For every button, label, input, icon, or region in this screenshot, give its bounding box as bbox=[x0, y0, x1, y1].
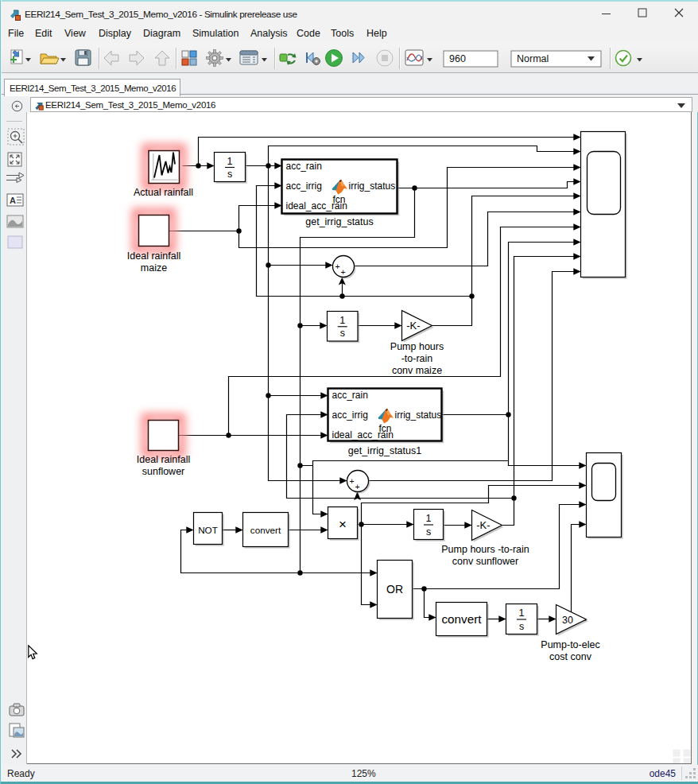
svg-text:-K-: -K- bbox=[406, 320, 420, 332]
svg-text:Pump-to-elec: Pump-to-elec bbox=[541, 639, 599, 650]
svg-text:conv sunflower: conv sunflower bbox=[452, 556, 518, 567]
svg-text:Pump hours -to-rain: Pump hours -to-rain bbox=[441, 544, 529, 555]
svg-text:acc_rain: acc_rain bbox=[332, 390, 368, 401]
svg-text:×: × bbox=[339, 517, 347, 532]
svg-text:irrig_status: irrig_status bbox=[349, 180, 396, 192]
svg-text:-K-: -K- bbox=[476, 519, 490, 531]
svg-text:convert: convert bbox=[441, 612, 482, 626]
svg-text:Pump hours: Pump hours bbox=[390, 341, 444, 352]
svg-text:acc_irrig: acc_irrig bbox=[286, 180, 322, 192]
svg-text:OR: OR bbox=[386, 583, 403, 596]
svg-text:get_irrig_status1: get_irrig_status1 bbox=[348, 445, 421, 456]
svg-text:30: 30 bbox=[562, 615, 573, 626]
svg-text:1: 1 bbox=[339, 315, 345, 326]
svg-text:+: + bbox=[340, 267, 345, 277]
svg-text:s: s bbox=[340, 328, 345, 339]
svg-text:fcn: fcn bbox=[332, 194, 345, 205]
svg-text:acc_rain: acc_rain bbox=[286, 161, 322, 172]
svg-text:Actual rainfall: Actual rainfall bbox=[134, 187, 193, 198]
svg-text:acc_irrig: acc_irrig bbox=[332, 409, 368, 421]
svg-text:A: A bbox=[10, 196, 16, 205]
svg-text:1: 1 bbox=[519, 607, 525, 619]
svg-text:-to-rain: -to-rain bbox=[401, 353, 433, 364]
svg-text:+: + bbox=[349, 476, 354, 486]
svg-text:maize: maize bbox=[141, 262, 167, 274]
svg-text:s: s bbox=[519, 621, 524, 632]
svg-text:+: + bbox=[335, 262, 339, 271]
svg-text:fcn: fcn bbox=[378, 423, 391, 434]
svg-text:irrig_status: irrig_status bbox=[395, 409, 442, 421]
svg-text:Ideal rainfall: Ideal rainfall bbox=[137, 454, 190, 465]
svg-text:1: 1 bbox=[227, 156, 233, 167]
svg-text:Ideal rainfall: Ideal rainfall bbox=[127, 250, 180, 262]
svg-text:get_irrig_status: get_irrig_status bbox=[305, 216, 373, 227]
svg-text:conv maize: conv maize bbox=[392, 365, 442, 376]
svg-text:1: 1 bbox=[426, 513, 432, 524]
svg-text:Normal: Normal bbox=[517, 53, 549, 64]
svg-text:s: s bbox=[426, 526, 431, 538]
svg-text:cost conv: cost conv bbox=[549, 651, 592, 662]
svg-text:s: s bbox=[227, 169, 232, 180]
svg-text:+: + bbox=[355, 482, 359, 491]
svg-text:convert: convert bbox=[250, 525, 281, 535]
svg-text:sunflower: sunflower bbox=[142, 466, 185, 477]
svg-text:NOT: NOT bbox=[198, 525, 218, 535]
svg-text:960: 960 bbox=[449, 53, 466, 64]
